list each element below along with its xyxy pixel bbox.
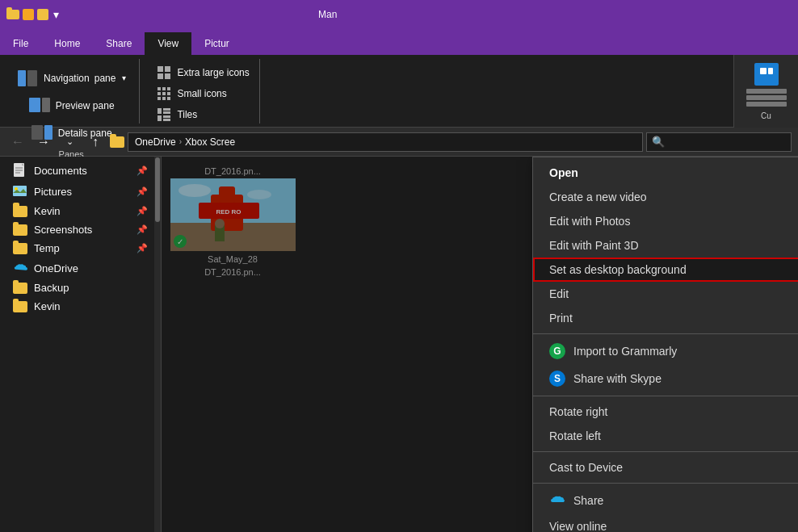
pin-icon-pictures: 📌 — [136, 186, 148, 197]
sidebar-item-documents[interactable]: Documents 📌 — [0, 160, 161, 181]
pin-icon-documents: 📌 — [136, 165, 148, 176]
ctx-import-grammarly[interactable]: G Import to Grammarly — [533, 337, 798, 365]
title-bar: ▾ Man — [0, 0, 798, 29]
ribbon-right: Cu — [733, 55, 798, 128]
sidebar-item-onedrive[interactable]: OneDrive — [0, 258, 161, 279]
sidebar-item-kevin2[interactable]: Kevin — [0, 297, 161, 316]
small-icons-button[interactable]: Small icons — [153, 84, 229, 103]
tab-view[interactable]: View — [145, 32, 191, 55]
dropdown-icon[interactable]: ▾ — [53, 8, 59, 21]
ctx-share-skype[interactable]: S Share with Skype — [533, 365, 798, 392]
ctx-edit-photos-label: Edit with Photos — [549, 215, 630, 228]
preview-pane-button[interactable]: Preview pane — [25, 93, 118, 119]
sidebar-item-pictures[interactable]: Pictures 📌 — [0, 181, 161, 202]
sidebar-item-screenshots[interactable]: Screenshots 📌 — [0, 220, 161, 239]
panes-group: Navigation pane ▾ Preview pane Details — [6, 59, 140, 124]
tab-share[interactable]: Share — [93, 32, 145, 55]
nav-pane-icon — [16, 67, 39, 90]
kevin2-folder-icon — [13, 301, 27, 312]
ctx-create-video[interactable]: Create a new video — [533, 185, 798, 209]
nav-pane-label: Navigation — [44, 73, 90, 84]
nav-pane-dropdown-icon[interactable]: ▾ — [122, 73, 126, 82]
ctx-edit-photos[interactable]: Edit with Photos — [533, 209, 798, 233]
svg-rect-6 — [158, 66, 163, 72]
kevin-folder-icon — [13, 206, 27, 217]
sidebar-item-temp[interactable]: Temp 📌 — [0, 239, 161, 258]
sidebar-label-onedrive: OneDrive — [34, 262, 78, 274]
ctx-rotate-left-label: Rotate left — [549, 429, 601, 442]
ctx-rotate-right[interactable]: Rotate right — [533, 400, 798, 424]
temp-folder-icon — [13, 243, 27, 254]
svg-rect-9 — [165, 73, 170, 79]
tiles-icon — [156, 107, 172, 123]
svg-rect-22 — [158, 115, 162, 121]
sidebar-label-kevin2: Kevin — [34, 300, 61, 312]
ctx-open-label: Open — [549, 166, 578, 179]
address-bar[interactable]: OneDrive › Xbox Scree — [128, 132, 643, 152]
sidebar-item-kevin[interactable]: Kevin 📌 — [0, 202, 161, 220]
svg-rect-24 — [163, 119, 170, 121]
ribbon-tabs: File Home Share View Pictur — [0, 29, 798, 55]
svg-rect-12 — [167, 87, 170, 90]
svg-rect-1 — [27, 70, 37, 86]
tab-file[interactable]: File — [0, 32, 41, 55]
ctx-cast-device[interactable]: Cast to Device › — [533, 455, 798, 480]
right-label: Cu — [761, 111, 771, 120]
sidebar-label-kevin: Kevin — [34, 205, 61, 217]
svg-rect-5 — [44, 125, 52, 140]
screenshots-folder-icon — [13, 224, 27, 236]
tiles-button[interactable]: Tiles — [153, 105, 200, 124]
toolbar: ← → ⌄ ↑ OneDrive › Xbox Scree 🔍 — [0, 128, 798, 157]
sidebar-item-backup[interactable]: Backup — [0, 279, 161, 297]
sidebar-scrollbar[interactable] — [154, 157, 161, 532]
ctx-set-desktop-bg[interactable]: Set as desktop background — [533, 258, 798, 282]
sidebar-scroll-thumb[interactable] — [155, 157, 160, 222]
ctx-edit[interactable]: Edit — [533, 282, 798, 306]
back-button[interactable]: ← — [6, 131, 29, 153]
details-pane-button[interactable]: Details pane — [27, 120, 116, 146]
ctx-rotate-left[interactable]: Rotate left — [533, 424, 798, 448]
sidebar-label-pictures: Pictures — [34, 186, 72, 198]
navigation-pane-button[interactable]: Navigation pane ▾ — [13, 65, 129, 91]
svg-rect-4 — [32, 125, 43, 140]
pin-icon-screenshots: 📌 — [136, 224, 148, 235]
right-icon-row2 — [746, 95, 787, 100]
extra-large-icons-button[interactable]: Extra large icons — [153, 63, 252, 82]
sidebar-label-backup: Backup — [34, 282, 69, 294]
skype-icon: S — [549, 371, 565, 387]
nav-pane-sublabel: pane — [94, 73, 116, 84]
search-icon: 🔍 — [652, 136, 665, 148]
details-pane-label: Details pane — [58, 128, 112, 139]
pictures-icon — [13, 184, 27, 199]
address-folder-icon — [110, 136, 124, 148]
ctx-share[interactable]: Share — [533, 487, 798, 514]
layout-group: Extra large icons Small icons — [146, 59, 259, 124]
pin-icon-kevin: 📌 — [136, 206, 148, 216]
right-icon-row3 — [746, 102, 787, 107]
tab-pictures[interactable]: Pictur — [191, 32, 242, 55]
search-bar[interactable]: 🔍 — [646, 132, 792, 152]
details-pane-icon — [31, 122, 53, 145]
ctx-cast-device-label: Cast to Device — [549, 461, 623, 474]
ctx-view-online[interactable]: View online — [533, 514, 798, 532]
ctx-print-label: Print — [549, 312, 573, 325]
folder-icon-3 — [37, 9, 48, 20]
ctx-sep-1 — [533, 333, 798, 334]
svg-rect-11 — [162, 87, 166, 90]
ctx-print[interactable]: Print — [533, 306, 798, 330]
sidebar-label-documents: Documents — [34, 165, 87, 177]
svg-rect-17 — [162, 97, 166, 100]
small-icons-label: Small icons — [177, 88, 226, 99]
svg-rect-14 — [162, 92, 166, 95]
tab-home[interactable]: Home — [41, 32, 93, 55]
ctx-edit-paint3d[interactable]: Edit with Paint 3D — [533, 233, 798, 258]
right-icon-row1 — [746, 89, 787, 94]
svg-rect-25 — [760, 68, 766, 74]
backup-folder-icon — [13, 283, 27, 294]
svg-rect-23 — [163, 115, 170, 118]
svg-rect-7 — [165, 66, 170, 72]
ctx-open[interactable]: Open — [533, 161, 798, 185]
ctx-share-label: Share — [573, 494, 603, 507]
sidebar-label-screenshots: Screenshots — [34, 224, 92, 236]
ctx-rotate-right-label: Rotate right — [549, 405, 607, 418]
